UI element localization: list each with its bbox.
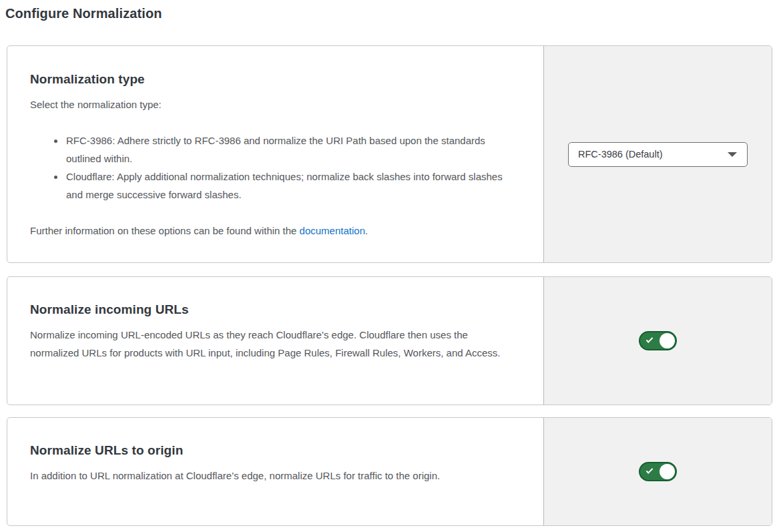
list-item-rfc-3986: RFC-3986: Adhere strictly to RFC-3986 an… bbox=[65, 131, 517, 168]
normalize-incoming-urls-description: Normalize incoming URL-encoded URLs as t… bbox=[30, 326, 517, 362]
normalize-incoming-urls-card: Normalize incoming URLs Normalize incomi… bbox=[7, 276, 772, 405]
further-information-note: Further information on these options can… bbox=[30, 222, 517, 240]
page-title: Configure Normalization bbox=[5, 6, 772, 21]
normalize-incoming-urls-control-panel bbox=[543, 277, 772, 405]
normalize-urls-to-origin-title: Normalize URLs to origin bbox=[30, 443, 517, 458]
toggle-knob bbox=[660, 464, 675, 479]
further-information-suffix: . bbox=[365, 225, 368, 236]
normalize-incoming-urls-content: Normalize incoming URLs Normalize incomi… bbox=[7, 277, 543, 405]
checkmark-icon bbox=[646, 336, 654, 343]
checkmark-icon bbox=[646, 467, 654, 474]
normalization-type-control-panel: RFC-3986 (Default) bbox=[543, 46, 772, 262]
normalize-urls-to-origin-toggle[interactable] bbox=[639, 462, 677, 481]
caret-down-icon bbox=[728, 152, 737, 157]
toggle-knob bbox=[660, 333, 675, 348]
further-information-prefix: Further information on these options can… bbox=[30, 225, 300, 236]
normalize-incoming-urls-toggle[interactable] bbox=[639, 331, 677, 350]
normalize-incoming-urls-title: Normalize incoming URLs bbox=[30, 302, 517, 317]
normalize-urls-to-origin-control-panel bbox=[543, 418, 772, 525]
documentation-link[interactable]: documentation bbox=[300, 225, 365, 236]
normalization-type-card: Normalization type Select the normalizat… bbox=[7, 45, 772, 263]
normalize-urls-to-origin-card: Normalize URLs to origin In addition to … bbox=[7, 417, 772, 526]
normalization-type-content: Normalization type Select the normalizat… bbox=[7, 46, 543, 262]
normalize-urls-to-origin-content: Normalize URLs to origin In addition to … bbox=[7, 418, 543, 525]
normalization-type-select[interactable]: RFC-3986 (Default) bbox=[568, 142, 748, 167]
configure-normalization-page: Configure Normalization Normalization ty… bbox=[0, 0, 779, 526]
normalization-options-list: RFC-3986: Adhere strictly to RFC-3986 an… bbox=[30, 131, 517, 204]
normalization-type-selected-value: RFC-3986 (Default) bbox=[578, 149, 663, 160]
normalize-urls-to-origin-description: In addition to URL normalization at Clou… bbox=[30, 467, 517, 485]
normalization-type-title: Normalization type bbox=[30, 72, 517, 87]
list-item-cloudflare: Cloudflare: Apply additional normalizati… bbox=[65, 168, 517, 204]
normalization-type-intro: Select the normalization type: bbox=[30, 95, 517, 113]
